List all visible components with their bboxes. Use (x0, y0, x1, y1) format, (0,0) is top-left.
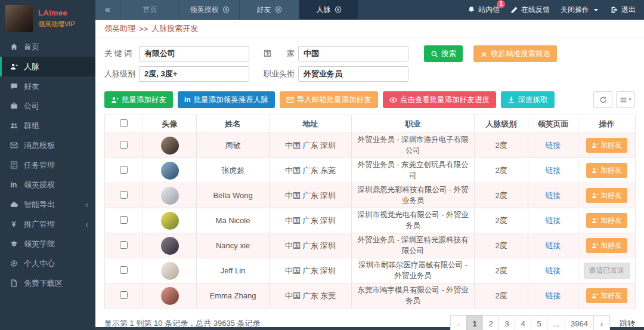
deep-crawl-button[interactable]: 深度抓取 (501, 91, 555, 108)
linkedin-page-link[interactable]: 链接 (546, 166, 561, 175)
sidebar-item-linkedin-auth[interactable]: in领英授权 (0, 175, 95, 195)
sidebar-item-linkedin-academy[interactable]: 领英学院 (0, 234, 95, 254)
user-plus-icon (592, 192, 598, 199)
page-button-1[interactable]: 1 (466, 315, 483, 330)
select-all-checkbox[interactable] (120, 119, 128, 127)
linkedin-page-link[interactable]: 链接 (546, 266, 561, 275)
country-input[interactable] (298, 46, 408, 61)
sidebar-item-label: 公司 (24, 101, 39, 112)
filter-row-1: 关 键 词 国 家 搜索 收起精准搜索筛选 (104, 45, 635, 62)
results-tbody: 周敏中国 广东 深圳外贸业务员 - 深圳市浩升电子有限公司2度链接加好友张虎超中… (105, 133, 636, 309)
content-panel: 关 键 词 国 家 搜索 收起精准搜索筛选 人脉级别 (95, 38, 644, 327)
invite-sent-button: 邀请已发送 (584, 263, 630, 279)
page-button-3964[interactable]: 3964 (565, 315, 594, 330)
add-friend-label: 加好友 (600, 240, 622, 251)
tab-contacts[interactable]: 人脉 (299, 0, 359, 19)
sidebar-item-personal-center[interactable]: 个人中心 (0, 254, 95, 273)
add-friend-button[interactable]: 加好友 (586, 138, 627, 153)
row-checkbox[interactable] (120, 216, 128, 224)
tab-close-icon[interactable] (222, 6, 230, 13)
tab-close-icon[interactable] (275, 6, 282, 13)
sidebar-item-contacts[interactable]: 人脉 (0, 57, 95, 76)
view-add-progress-button[interactable]: 点击查看批量添加好友进度 (383, 91, 496, 108)
search-button[interactable]: 搜索 (424, 45, 463, 62)
batch-add-friends-button[interactable]: 批量添加好友 (104, 91, 173, 108)
user-plus-icon (111, 96, 119, 104)
linkedin-page-cell: 链接 (528, 233, 578, 258)
jump-link[interactable]: 跳转 (620, 318, 635, 329)
job-title-input[interactable] (298, 66, 408, 82)
sidebar-item-label: 领英学院 (24, 239, 55, 249)
page-prev-button[interactable]: ‹ (450, 315, 467, 330)
bell-icon (467, 6, 475, 14)
sidebar-item-friends[interactable]: 好友 (0, 76, 95, 96)
user-plus-icon (592, 242, 598, 249)
row-checkbox[interactable] (120, 241, 128, 249)
sidebar-item-task-management[interactable]: 任务管理 (0, 155, 95, 175)
keyword-input[interactable] (139, 46, 249, 61)
sidebar-item-company[interactable]: 公司 (0, 96, 95, 116)
linkedin-page-link[interactable]: 链接 (546, 291, 561, 300)
sidebar-item-free-downloads[interactable]: 免费下载区 (0, 273, 95, 293)
linkedin-page-link[interactable]: 链接 (546, 241, 561, 250)
import-email-add-button[interactable]: 导入邮箱批量添加好友 (280, 91, 378, 108)
sidebar-collapse-button[interactable]: « (95, 0, 120, 19)
row-select-cell (105, 158, 143, 183)
logout-link[interactable]: 退出 (611, 5, 636, 15)
close-operations-dropdown[interactable]: 关闭操作 (561, 5, 600, 15)
sidebar-item-message-templates[interactable]: 消息模板 (0, 135, 95, 155)
add-friend-button[interactable]: 加好友 (586, 188, 627, 203)
profile-text: LAimee 领英助理VIP (38, 8, 75, 29)
tab-friends[interactable]: 好友 (240, 0, 299, 19)
row-checkbox[interactable] (120, 266, 128, 274)
table-row: Ma Nicole中国 广东 深圳深圳市视觉光电有限公司 - 外贸业务员2度链接… (105, 208, 636, 233)
job-cell: 深圳市耐菲尔医疗器械有限公司 - 外贸业务员 (352, 258, 475, 283)
add-friend-button[interactable]: 加好友 (586, 238, 627, 253)
sidebar-item-home[interactable]: 首页 (0, 37, 95, 57)
search-button-label: 搜索 (441, 49, 456, 59)
page-button-4[interactable]: 4 (515, 315, 531, 330)
batch-add-recommended-button[interactable]: in 批量添加领英推荐人脉 (178, 91, 275, 108)
add-friend-label: 加好友 (600, 140, 622, 150)
row-checkbox[interactable] (120, 291, 128, 299)
linkedin-page-cell: 链接 (528, 208, 578, 233)
site-messages-link[interactable]: 站内信 1 (467, 5, 500, 15)
add-friend-button[interactable]: 加好友 (586, 288, 627, 303)
envelope-icon (286, 96, 294, 104)
page-button-2[interactable]: 2 (482, 315, 499, 330)
tab-linkedin-auth[interactable]: 领英授权 (180, 0, 240, 19)
avatar-cell (143, 183, 197, 208)
linkedin-page-cell: 链接 (528, 283, 578, 309)
batch-add-recommended-label: 批量添加领英推荐人脉 (194, 95, 268, 105)
add-friend-button[interactable]: 加好友 (586, 163, 627, 178)
linkedin-page-link[interactable]: 链接 (546, 216, 561, 225)
page-button-3[interactable]: 3 (499, 315, 515, 330)
col-header-linkedin-page: 领英页面 (528, 115, 578, 133)
collapse-filters-button[interactable]: 收起精准搜索筛选 (473, 45, 557, 62)
sidebar-item-smart-export[interactable]: 智能导出‹ (0, 195, 95, 214)
page-button-5[interactable]: 5 (531, 315, 547, 330)
row-checkbox[interactable] (120, 191, 128, 199)
file-icon (9, 279, 18, 287)
linkedin-in-icon: in (9, 181, 18, 189)
linkedin-page-link[interactable]: 链接 (546, 141, 561, 150)
sidebar-item-promotion[interactable]: ¥推广管理‹ (0, 214, 95, 234)
degree-input[interactable] (139, 66, 249, 82)
columns-dropdown-button[interactable]: ▾ (616, 91, 635, 108)
add-friend-button[interactable]: 加好友 (586, 213, 627, 228)
records-summary: 显示第 1 到第 10 条记录，总共 39635 条记录 (104, 318, 261, 329)
tab-home[interactable]: 首页 (120, 0, 180, 19)
user-plus-icon (592, 142, 598, 149)
refresh-button[interactable] (593, 91, 612, 108)
row-checkbox[interactable] (120, 141, 128, 149)
profile-card[interactable]: LAimee 领英助理VIP (0, 0, 95, 37)
linkedin-page-link[interactable]: 链接 (546, 191, 561, 200)
degree-cell: 2度 (475, 258, 528, 283)
page-next-button[interactable]: › (593, 315, 610, 330)
tasks-icon (9, 161, 18, 169)
tab-close-icon[interactable] (335, 6, 342, 13)
avatar (161, 187, 179, 205)
online-feedback-link[interactable]: 在线反馈 (510, 5, 550, 15)
row-checkbox[interactable] (120, 166, 128, 174)
sidebar-item-groups[interactable]: 群组 (0, 116, 95, 135)
